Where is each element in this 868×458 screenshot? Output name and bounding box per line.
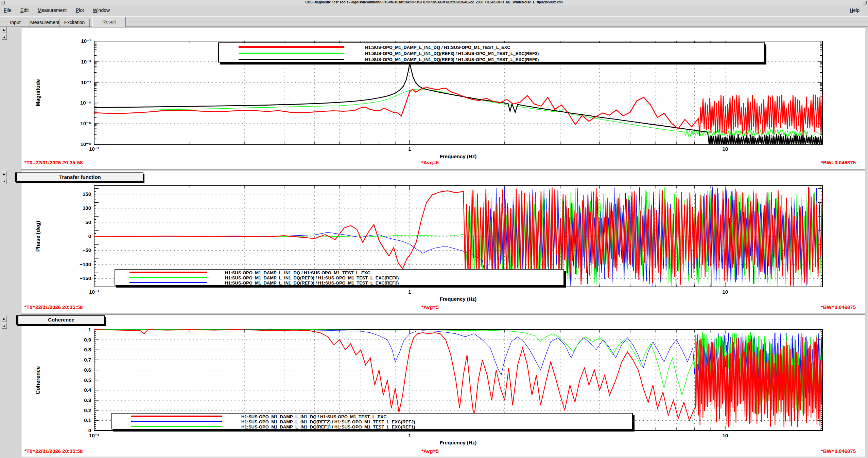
dtt-window: { "window": { "title": "CDS Diagnostic T… [0,0,868,458]
frequency-axis-label: Frequency (Hz) [440,153,476,159]
y-tick-label: 50 [51,219,91,225]
y-tick-label: 0.4 [51,387,91,393]
tab-bar: Input Measurement Excitation Result [0,17,868,27]
magnitude-legend: H1:SUS-OPO_M1_DAMP_L_IN1_DQ / H1:SUS-OPO… [218,42,765,62]
y-tick-label: 1 [51,327,91,332]
title-bar[interactable]: CDS Diagnostic Test Tools - /ligo/svncom… [0,0,868,5]
coherence-axis-title: Coherence [35,366,41,395]
y-tick-label: 10⁻² [51,59,91,65]
frequency-axis-label: Frequency (Hz) [440,440,476,445]
y-tick-label: 10⁻⁶ [51,141,91,147]
tab-measurement[interactable]: Measurement [30,19,59,26]
avg-annotation: *Avg=5 [421,160,439,165]
y-tick-label: −150 [51,275,91,281]
legend-label: H1:SUS-OPO_M1_DAMP_L_IN1_DQ(REF3) / H1:S… [365,51,539,56]
legend-line-black [239,59,344,60]
tab-result[interactable]: Result [92,17,126,27]
legend-label: H1:SUS-OPO_M1_DAMP_L_IN1_DQ / H1:SUS-OPO… [241,414,387,419]
legend-line-blue [131,421,222,422]
legend-line-green [239,53,344,54]
menu-plot[interactable]: Plot [72,5,88,15]
x-tick-label: 10⁻¹ [89,433,99,439]
menu-help[interactable]: Help [846,5,863,15]
legend-line-red [129,272,207,273]
legend-label: H1:SUS-OPO_M1_DAMP_L_IN1_DQ / H1:SUS-OPO… [225,270,370,275]
window-icon [1,1,5,4]
legend-label: H1:SUS-OPO_M1_DAMP_L_IN1_DQ(REF1) / H1:S… [241,424,415,429]
legend-label: H1:SUS-OPO_M1_DAMP_L_IN1_DQ(REF3) / H1:S… [225,280,399,286]
x-tick-label: 1 [408,146,411,152]
pane2-collapse-arrow-button[interactable]: ▲ [2,178,7,184]
y-tick-label: 0.1 [51,417,91,423]
phase-legend: H1:SUS-OPO_M1_DAMP_L_IN1_DQ / H1:SUS-OPO… [115,269,564,286]
y-tick-label: 0 [51,427,91,433]
y-tick-label: 0 [51,233,91,239]
menu-file[interactable]: File [0,5,15,15]
y-tick-label: 0.3 [51,397,91,403]
legend-line-green [129,277,207,278]
legend-line-red [239,46,344,48]
t0-annotation: *T0=22/01/2026 20:35:58 [24,160,83,165]
bw-annotation: *BW=0.046875 [821,160,856,165]
y-tick-label: 10⁻⁴ [51,100,91,106]
legend-label: H1:SUS-OPO_M1_DAMP_L_IN1_DQ / H1:SUS-OPO… [365,45,510,50]
coherence-button[interactable]: Coherence [16,315,105,325]
x-tick-label: 10 [722,146,728,152]
transfer-function-button[interactable]: Transfer function [15,172,143,182]
legend-label: H1:SUS-OPO_M1_DAMP_L_IN1_DQ(REF2) / H1:S… [241,419,415,424]
x-tick-label: 10⁻¹ [89,289,99,295]
frequency-axis-label: Frequency (Hz) [440,296,476,302]
coherence-panel [21,314,865,457]
t0-annotation: *T0=22/01/2026 20:35:58 [24,448,83,454]
pane3-collapse-arrow-button[interactable]: ▲ [2,323,7,329]
x-tick-label: 10 [722,289,728,295]
x-tick-label: 1 [408,289,411,295]
menu-bar: File Edit Measurement Plot Window Help [0,5,868,17]
y-tick-label: 0.6 [51,367,91,373]
menu-measurement[interactable]: Measurement [34,5,71,15]
t0-annotation: *T0=22/01/2026 20:35:58 [24,304,83,310]
pane1-collapse-arrow-button[interactable]: ▲ [2,34,7,40]
pane3-expand-arrow-button[interactable]: ▶ [2,316,7,322]
x-tick-label: 10 [722,433,728,438]
y-tick-label: −50 [51,247,91,253]
pane1-expand-arrow-button[interactable]: ▶ [2,27,7,33]
x-tick-label: 1 [408,433,411,438]
avg-annotation: *Avg=5 [421,304,439,310]
legend-label: H1:SUS-OPO_M1_DAMP_L_IN1_DQ(REF0) / H1:S… [225,275,399,280]
y-tick-label: −100 [51,261,91,267]
legend-line-green [131,426,222,427]
magnitude-axis-title: Magnitude [35,79,41,106]
y-tick-label: 10⁻³ [51,79,91,86]
y-tick-label: 0.8 [51,347,91,352]
y-tick-label: 0.2 [51,407,91,413]
y-tick-label: 100 [51,205,91,211]
phase-panel [21,171,865,313]
bw-annotation: *BW=0.046875 [821,304,856,310]
legend-label: H1:SUS-OPO_M1_DAMP_L_IN1_DQ(REF0) / H1:S… [365,57,539,62]
legend-line-red [131,416,222,417]
pane2-expand-arrow-button[interactable]: ▶ [2,171,7,177]
window-title: CDS Diagnostic Test Tools - /ligo/svncom… [305,0,562,4]
bw-annotation: *BW=0.046875 [821,448,856,454]
tab-input[interactable]: Input [1,19,30,26]
y-tick-label: 150 [51,191,91,197]
y-tick-label: 0.9 [51,337,91,343]
y-tick-label: 0.5 [51,377,91,383]
phase-axis-title: Phase (deg) [35,221,41,252]
menu-edit[interactable]: Edit [17,5,32,15]
coherence-legend: H1:SUS-OPO_M1_DAMP_L_IN1_DQ / H1:SUS-OPO… [111,413,633,429]
avg-annotation: *Avg=5 [421,448,439,454]
legend-line-blue [129,282,207,283]
y-tick-label: 10⁻⁵ [51,121,91,127]
y-tick-label: 0.7 [51,357,91,363]
y-tick-label: 10⁻¹ [51,38,91,44]
window-menu-icon[interactable] [863,1,867,4]
menu-window[interactable]: Window [89,5,114,15]
tab-excitation[interactable]: Excitation [59,19,90,26]
